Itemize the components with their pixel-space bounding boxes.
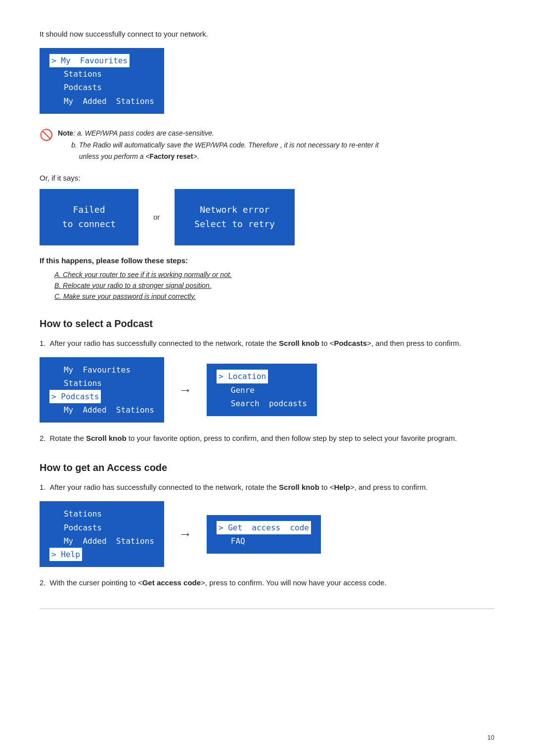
menu-box-podcasts-right: > Location Genre Search podcasts — [207, 364, 317, 416]
menu-item: > Get access code — [217, 521, 311, 534]
section2-step2-text: 2. With the curser pointing to <Get acce… — [40, 577, 494, 589]
menu-item: Stations — [49, 377, 154, 390]
menu-box-podcasts-left: My Favourites Stations > Podcasts My Add… — [40, 357, 164, 423]
section2-step1: 1. After your radio has successfully con… — [40, 481, 494, 589]
menu-item: > Location — [217, 370, 307, 383]
section1-step2-text: 2. Rotate the Scroll knob to your favori… — [40, 432, 494, 444]
step2-body-s2: With the curser pointing to <Get access … — [50, 577, 387, 589]
failed-line1: Failed — [59, 203, 119, 217]
menu-item-selected-access: > Get access code — [217, 521, 311, 534]
menu-item: > Podcasts — [49, 390, 154, 403]
note-content: Note: a. WEP/WPA pass codes are case-sen… — [58, 128, 379, 163]
section1-step1: 1. After your radio has successfully con… — [40, 337, 494, 445]
section2-heading: How to get an Access code — [40, 462, 494, 473]
step2-body: Rotate the Scroll knob to your favorite … — [50, 432, 457, 444]
network-line1: Network error — [194, 203, 275, 217]
menu-item: Podcasts — [49, 81, 154, 94]
note-item-b: b. The Radio will automatically save the… — [58, 140, 379, 163]
page-divider — [40, 609, 494, 609]
or-label: or — [153, 213, 160, 221]
steps-list: A. Check your router to see if it is wor… — [40, 271, 494, 300]
error-boxes-row: Failed to connect or Network error Selec… — [40, 189, 494, 245]
failed-to-connect-box: Failed to connect — [40, 189, 138, 245]
menu-item-selected-location: > Location — [217, 370, 268, 383]
menu-item-selected: > My Favourites — [49, 54, 130, 67]
menu-item: My Added Stations — [49, 534, 154, 548]
step-c: C. Make sure your password is input corr… — [54, 292, 494, 300]
network-error-box: Network error Select to retry — [175, 189, 295, 245]
step-a: A. Check your router to see if it is wor… — [54, 271, 494, 279]
menu-arrow-row-2: Stations Podcasts My Added Stations > He… — [40, 501, 494, 567]
step-num: 1. — [40, 337, 46, 349]
page-number: 10 — [488, 734, 494, 741]
menu-item: Podcasts — [49, 521, 154, 534]
network-line2: Select to retry — [194, 217, 275, 232]
step-b: B. Relocate your radio to a stronger sig… — [54, 282, 494, 289]
steps-heading: If this happens, please follow these ste… — [40, 256, 494, 265]
section2-step1-text: 1. After your radio has successfully con… — [40, 481, 494, 493]
menu-item: Genre — [217, 383, 307, 397]
menu-box-help-left: Stations Podcasts My Added Stations > He… — [40, 501, 164, 567]
step-num-s2: 1. — [40, 481, 46, 493]
note-icon: 🚫 — [40, 129, 53, 142]
menu-item-selected-podcasts: > Podcasts — [49, 390, 101, 403]
menu-item: My Added Stations — [49, 403, 154, 417]
step1-body: After your radio has successfully connec… — [50, 337, 461, 349]
or-section-label: Or, if it says: — [40, 174, 494, 182]
failed-line2: to connect — [59, 217, 119, 232]
note-section: 🚫 Note: a. WEP/WPA pass codes are case-s… — [40, 128, 494, 163]
arrow-icon-2: → — [179, 526, 192, 542]
menu-item-selected-help: > Help — [49, 548, 82, 561]
menu-item: Stations — [49, 67, 154, 81]
menu-item: Search podcasts — [217, 397, 307, 410]
menu-item: Stations — [49, 507, 154, 520]
menu-item: My Added Stations — [49, 94, 154, 108]
menu-item: > My Favourites — [49, 54, 154, 67]
note-label: Note: a. WEP/WPA pass codes are case-sen… — [58, 128, 379, 140]
menu-box-help-right: > Get access code FAQ — [207, 515, 321, 554]
menu-arrow-row-1: My Favourites Stations > Podcasts My Add… — [40, 357, 494, 423]
section1-heading: How to select a Podcast — [40, 318, 494, 330]
step1-body-s2: After your radio has successfully connec… — [50, 481, 428, 493]
step-num-2: 2. — [40, 432, 46, 444]
menu-item: FAQ — [217, 534, 311, 548]
intro-text: It should now successfully connect to yo… — [40, 30, 494, 38]
arrow-icon-1: → — [179, 382, 192, 398]
section1-step1-text: 1. After your radio has successfully con… — [40, 337, 494, 349]
menu-box-1: > My Favourites Stations Podcasts My Add… — [40, 48, 164, 114]
menu-item: > Help — [49, 548, 154, 561]
step-num-s2-2: 2. — [40, 577, 46, 589]
menu-item: My Favourites — [49, 363, 154, 377]
